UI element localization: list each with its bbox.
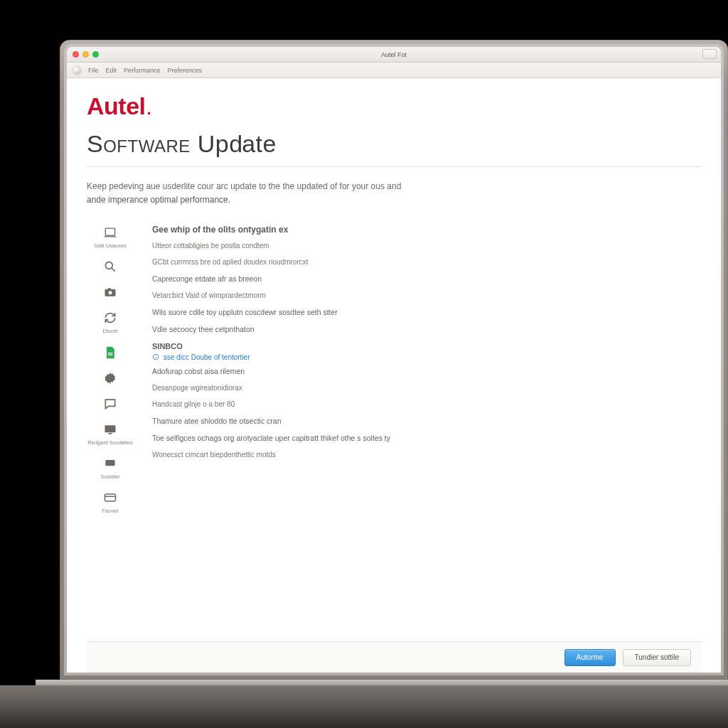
sidebar-item-docs[interactable] — [102, 345, 118, 360]
detail-line: Handcast gilnje o a ber 80 — [152, 400, 694, 408]
svg-rect-7 — [108, 353, 113, 353]
sidebar-item-scanner[interactable]: Svantler — [100, 456, 120, 480]
main-panel: Salit Usauses — [87, 225, 701, 641]
camera-icon — [102, 284, 118, 300]
laptop-base — [0, 685, 728, 728]
device-icon — [102, 225, 118, 240]
info-icon — [152, 353, 159, 360]
sidebar-item-label: Redgant Socdaties — [87, 440, 132, 446]
intro-text: Keep pedeving aue usderlite cour arc upd… — [87, 180, 485, 206]
gear-icon — [102, 370, 118, 386]
svg-rect-10 — [105, 425, 115, 432]
screen-bezel: Autel Fot File Edit Performance Preferen… — [64, 44, 724, 675]
toolbar-item-performance[interactable]: Performance — [124, 67, 161, 74]
detail-subheading: SINBCO — [152, 342, 694, 350]
toolbar-item-edit[interactable]: Edit — [106, 67, 117, 74]
content-area: Autel. Software Update Keep pedeving aue… — [67, 78, 721, 673]
titlebar: Autel Fot — [67, 47, 721, 63]
svg-line-3 — [112, 269, 115, 272]
toolbar-globe-icon[interactable] — [73, 66, 81, 75]
zoom-icon[interactable] — [92, 51, 99, 58]
footer-bar: Autorme Tundier sottile — [87, 641, 701, 673]
card-icon — [102, 490, 118, 505]
detail-line: Desanpoge wgireatonidiorax — [152, 384, 694, 392]
svg-rect-8 — [108, 354, 113, 355]
detail-line: Toe selfigces ochags org arotyaclate upe… — [152, 434, 694, 442]
sidebar-item-chat[interactable] — [102, 396, 118, 412]
app-window: Autel Fot File Edit Performance Preferen… — [67, 47, 721, 673]
detail-line: Utteor cottabligies be postla condtem — [152, 242, 694, 250]
sidebar-item-refresh[interactable]: Discet — [102, 310, 118, 334]
search-icon — [102, 259, 118, 274]
sidebar-item-feover[interactable]: Feover — [102, 490, 118, 514]
secondary-action-button[interactable]: Tundier sottile — [623, 649, 691, 666]
document-icon — [102, 345, 118, 360]
detail-panel: Gee whip of the olits ontygatin ex Utteo… — [152, 225, 701, 641]
detail-line: Vetarcbict Vaid of wimprardectmorm — [152, 291, 694, 299]
title-divider — [87, 166, 701, 167]
sidebar-item-label: Svantler — [100, 474, 120, 480]
chat-icon — [102, 396, 118, 412]
window-title: Autel Fot — [381, 51, 407, 58]
detail-link-text: sse dicc Doube of tentortier — [164, 353, 250, 361]
brand-text: Autel — [87, 92, 146, 120]
window-controls — [73, 51, 99, 58]
minimize-icon[interactable] — [82, 51, 89, 58]
svg-rect-11 — [108, 433, 112, 434]
sidebar-item-relevant[interactable]: Redgant Socdaties — [87, 422, 132, 446]
sidebar-item-settings[interactable] — [102, 370, 118, 386]
detail-line: GCbt currmrss bre od aplied doudex rioud… — [152, 258, 694, 266]
detail-link[interactable]: sse dicc Doube of tentortier — [152, 353, 694, 361]
refresh-icon — [102, 310, 118, 326]
svg-point-5 — [109, 291, 112, 295]
message-icon — [102, 456, 118, 471]
monitor-icon — [102, 422, 118, 437]
svg-point-2 — [105, 262, 112, 269]
titlebar-right-button[interactable] — [702, 49, 717, 59]
svg-rect-12 — [105, 460, 114, 466]
toolbar-item-preferences[interactable]: Preferences — [168, 67, 203, 74]
sidebar-item-search[interactable] — [102, 259, 118, 274]
detail-line: Thamure atee shloddo tte otsectic cran — [152, 417, 694, 425]
intro-line-1: Keep pedeving aue usderlite cour arc upd… — [87, 181, 401, 191]
sidebar-item-devices[interactable]: Salit Usauses — [94, 225, 127, 249]
sidebar-item-label: Feover — [102, 508, 118, 514]
close-icon[interactable] — [73, 51, 79, 58]
primary-action-button[interactable]: Autorme — [564, 649, 616, 666]
detail-line: Adofurap cobst aisa rilemen — [152, 367, 694, 375]
detail-line: Capreconge etdate afr as breeon — [152, 274, 694, 283]
page-title: Software Update — [87, 130, 701, 158]
svg-rect-0 — [105, 228, 114, 235]
toolbar-item-file[interactable]: File — [88, 67, 99, 74]
detail-heading: Gee whip of the olits ontygatin ex — [152, 225, 694, 235]
svg-rect-13 — [105, 494, 116, 501]
sidebar: Salit Usauses — [87, 225, 134, 641]
sidebar-item-camera[interactable] — [102, 284, 118, 300]
sidebar-item-label: Salit Usauses — [94, 243, 127, 249]
brand-logo: Autel. — [87, 92, 701, 120]
brand-dot-icon: . — [147, 100, 151, 119]
sidebar-item-label: Discet — [103, 328, 118, 334]
detail-line: Wonecsct cimcart biepdenthettic motds — [152, 451, 694, 459]
toolbar: File Edit Performance Preferences — [67, 63, 721, 78]
laptop-frame: Autel Fot File Edit Performance Preferen… — [60, 40, 728, 680]
svg-rect-6 — [108, 289, 111, 291]
detail-line: Vdle secoocy thee cetpnthaton — [152, 325, 694, 333]
detail-line: Wils suore cdile toy upplutn coscdewr so… — [152, 308, 694, 316]
intro-line-2: ande imperance optimal performance. — [87, 195, 230, 205]
